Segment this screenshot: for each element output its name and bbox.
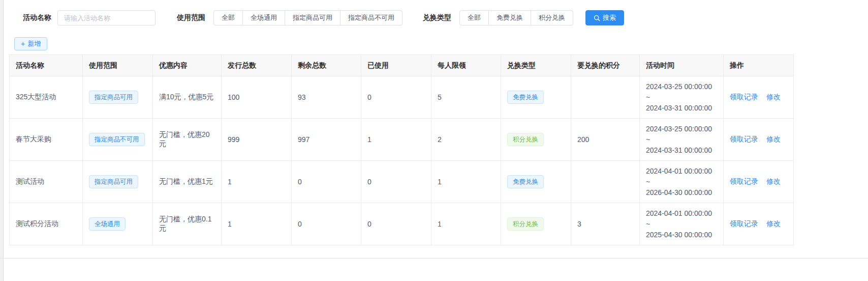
search-button-label: 搜索 [603,13,616,22]
cell-discount-content: 无门槛，优惠20元 [153,119,222,161]
cell-points-required [571,76,640,119]
claim-records-link[interactable]: 领取记录 [730,93,758,101]
scope-option-designated-not-allowed[interactable]: 指定商品不可用 [340,10,402,25]
exchange-option-points[interactable]: 积分兑换 [531,10,573,25]
activity-name-label: 活动名称 [23,13,51,22]
cell-activity-name: 测试积分活动 [10,203,83,245]
exchange-radio-group: 全部 免费兑换 积分兑换 [459,10,573,25]
cell-exchange-type: 免费兑换 [501,161,571,203]
time-start: 2024-03-25 00:00:00 [646,124,717,134]
cell-total-issued: 100 [222,76,292,119]
cell-used: 0 [361,161,431,203]
table-row: 325大型活动 指定商品可用 满10元，优惠5元 100 93 0 5 免费兑换… [10,76,794,119]
plus-icon: + [21,40,25,47]
scope-tag: 全场通用 [89,217,126,231]
col-header-activity-time: 活动时间 [640,55,724,76]
cell-scope: 指定商品可用 [83,161,153,203]
modify-link[interactable]: 修改 [766,219,781,228]
exchange-type-label: 兑换类型 [423,13,451,22]
cell-points-required: 200 [571,119,640,161]
exchange-option-all[interactable]: 全部 [459,10,489,25]
table-row: 春节大采购 指定商品不可用 无门槛，优惠20元 999 997 1 2 积分兑换… [10,119,794,161]
cell-used: 0 [361,203,431,245]
modify-link[interactable]: 修改 [766,135,781,143]
table-row: 测试活动 指定商品可用 无门槛，优惠1元 1 0 0 1 免费兑换 2024-0… [10,161,794,203]
cell-actions: 领取记录 修改 [724,161,794,203]
cell-scope: 全场通用 [83,203,153,245]
cell-activity-time: 2024-04-01 00:00:00 ~ 2026-04-30 00:00:0… [640,161,724,203]
scope-option-designated-allowed[interactable]: 指定商品可用 [285,10,340,25]
table-body: 325大型活动 指定商品可用 满10元，优惠5元 100 93 0 5 免费兑换… [10,76,794,245]
add-button[interactable]: + 新增 [14,37,47,50]
cell-used: 0 [361,76,431,119]
time-end: 2024-03-31 00:00:00 [646,103,717,114]
cell-remaining: 997 [292,119,361,161]
cell-exchange-type: 免费兑换 [501,76,571,119]
time-separator: ~ [646,177,717,187]
col-header-total-issued: 发行总数 [222,55,292,76]
exchange-type-tag: 免费兑换 [507,91,544,104]
table-header: 活动名称 使用范围 优惠内容 发行总数 剩余总数 已使用 每人限领 兑换类型 要… [10,55,794,76]
time-start: 2024-04-01 00:00:00 [646,166,717,177]
cell-actions: 领取记录 修改 [724,203,794,245]
exchange-option-free[interactable]: 免费兑换 [489,10,531,25]
col-header-actions: 操作 [724,55,794,76]
cell-discount-content: 满10元，优惠5元 [153,76,222,119]
col-header-activity-name: 活动名称 [10,55,83,76]
cell-scope: 指定商品可用 [83,76,153,119]
cell-remaining: 0 [292,203,361,245]
page-left-edge [0,0,4,281]
claim-records-link[interactable]: 领取记录 [730,135,758,143]
time-end: 2025-04-30 00:00:00 [646,230,717,240]
col-header-limit-per-person: 每人限领 [431,55,501,76]
cell-used: 1 [361,119,431,161]
cell-total-issued: 1 [222,161,292,203]
cell-limit-per-person: 1 [431,203,501,245]
col-header-discount-content: 优惠内容 [153,55,222,76]
col-header-remaining: 剩余总数 [292,55,361,76]
scope-radio-group: 全部 全场通用 指定商品可用 指定商品不可用 [213,10,402,25]
cell-activity-time: 2024-04-01 00:00:00 ~ 2025-04-30 00:00:0… [640,203,724,245]
scope-option-universal[interactable]: 全场通用 [243,10,285,25]
cell-actions: 领取记录 修改 [724,76,794,119]
filter-bar: 活动名称 使用范围 全部 全场通用 指定商品可用 指定商品不可用 兑换类型 全部… [23,10,868,25]
cell-exchange-type: 积分兑换 [501,203,571,245]
scope-tag: 指定商品可用 [89,175,138,188]
cell-limit-per-person: 1 [431,161,501,203]
col-header-points-required: 要兑换的积分 [571,55,640,76]
cell-activity-time: 2024-03-25 00:00:00 ~ 2024-03-31 00:00:0… [640,119,724,161]
page-bottom-divider [0,258,868,259]
add-button-label: 新增 [27,39,41,48]
time-separator: ~ [646,219,717,230]
scope-option-all[interactable]: 全部 [213,10,243,25]
cell-total-issued: 999 [222,119,292,161]
exchange-type-tag: 积分兑换 [507,133,544,146]
cell-limit-per-person: 5 [431,76,501,119]
cell-limit-per-person: 2 [431,119,501,161]
scope-label: 使用范围 [177,13,205,22]
time-separator: ~ [646,92,717,103]
claim-records-link[interactable]: 领取记录 [730,177,758,185]
col-header-exchange-type: 兑换类型 [501,55,571,76]
search-icon [594,15,600,21]
cell-remaining: 93 [292,76,361,119]
scope-tag: 指定商品不可用 [89,133,145,146]
time-start: 2024-04-01 00:00:00 [646,208,717,219]
cell-points-required [571,161,640,203]
modify-link[interactable]: 修改 [766,93,781,101]
activity-table: 活动名称 使用范围 优惠内容 发行总数 剩余总数 已使用 每人限领 兑换类型 要… [9,54,793,245]
search-button[interactable]: 搜索 [585,10,624,25]
cell-discount-content: 无门槛，优惠0.1元 [153,203,222,245]
cell-activity-name: 测试活动 [10,161,83,203]
scope-tag: 指定商品可用 [89,91,138,104]
time-separator: ~ [646,134,717,145]
cell-activity-name: 325大型活动 [10,76,83,119]
cell-remaining: 0 [292,161,361,203]
table-row: 测试积分活动 全场通用 无门槛，优惠0.1元 1 0 0 1 积分兑换 3 20… [10,203,794,245]
cell-discount-content: 无门槛，优惠1元 [153,161,222,203]
time-end: 2024-03-31 00:00:00 [646,145,717,156]
claim-records-link[interactable]: 领取记录 [730,219,758,228]
modify-link[interactable]: 修改 [766,177,781,185]
activity-name-input[interactable] [57,10,156,25]
time-start: 2024-03-25 00:00:00 [646,81,717,92]
